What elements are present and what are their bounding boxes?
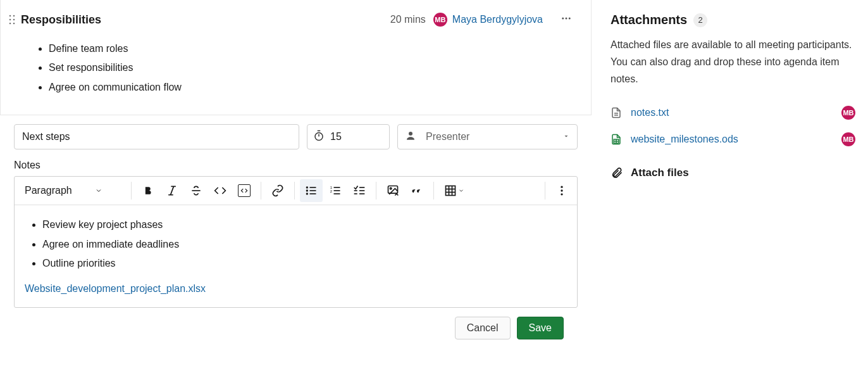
drag-handle-icon[interactable] <box>8 15 16 24</box>
table-button[interactable] <box>439 179 469 202</box>
svg-point-8 <box>569 18 571 20</box>
rich-text-editor: Paragraph 12 <box>14 176 578 308</box>
svg-point-12 <box>409 132 412 136</box>
strike-button[interactable] <box>185 179 208 202</box>
svg-rect-35 <box>446 186 456 196</box>
separator <box>294 182 295 200</box>
attach-files-button[interactable]: Attach files <box>611 167 855 179</box>
agenda-item-duration: 20 mins <box>390 14 426 25</box>
list-item: Review key project phases <box>42 215 567 234</box>
file-spreadsheet-icon <box>611 132 622 146</box>
separator <box>376 182 376 200</box>
chevron-down-icon <box>95 187 102 194</box>
separator <box>545 182 545 200</box>
agenda-item-editor: Presenter Notes Paragraph <box>0 115 592 345</box>
italic-button[interactable] <box>161 179 183 202</box>
svg-text:2: 2 <box>330 189 332 193</box>
svg-point-21 <box>307 193 308 194</box>
bold-button[interactable] <box>137 179 159 202</box>
svg-point-1 <box>13 15 15 17</box>
attachment-row: notes.txt MB <box>611 106 855 120</box>
attachment-row: website_milestones.ods MB <box>611 132 855 146</box>
save-button[interactable]: Save <box>517 317 564 339</box>
code-block-button[interactable] <box>233 179 256 202</box>
svg-point-42 <box>561 193 562 195</box>
svg-point-3 <box>13 19 15 21</box>
image-button[interactable] <box>381 179 404 202</box>
cancel-button[interactable]: Cancel <box>455 317 511 339</box>
list-item: Agree on communication flow <box>49 78 577 97</box>
list-item: Outline priorities <box>42 254 567 273</box>
paperclip-icon <box>611 167 623 179</box>
list-item: Set responsibilities <box>49 58 577 77</box>
list-item: Define team roles <box>49 39 577 58</box>
more-options-button[interactable] <box>550 179 573 202</box>
bullet-list-button[interactable] <box>300 179 323 202</box>
agenda-item: Resposibilities 20 mins MB Maya Berdygyl… <box>0 0 592 115</box>
agenda-title-input[interactable] <box>14 124 299 149</box>
avatar: MB <box>841 106 855 120</box>
format-select-label: Paragraph <box>25 185 72 196</box>
separator <box>261 182 261 200</box>
avatar: MB <box>841 132 855 146</box>
svg-point-19 <box>307 190 308 191</box>
chevron-down-icon <box>562 131 570 142</box>
agenda-item-title: Resposibilities <box>21 13 385 27</box>
ordered-list-button[interactable]: 12 <box>324 179 347 202</box>
presenter-select[interactable]: Presenter <box>397 124 578 149</box>
separator <box>131 182 132 200</box>
chevron-down-icon <box>458 187 464 194</box>
separator <box>433 182 434 200</box>
svg-point-17 <box>307 187 308 188</box>
list-item: Agree on immediate deadlines <box>42 235 567 254</box>
attachments-panel: Attachments 2 Attached files are availab… <box>592 0 868 380</box>
svg-point-41 <box>561 190 562 192</box>
svg-point-7 <box>566 18 567 20</box>
code-button[interactable] <box>209 179 232 202</box>
notes-label: Notes <box>14 160 578 171</box>
svg-point-6 <box>562 18 564 20</box>
editor-toolbar: Paragraph 12 <box>15 177 577 205</box>
attachments-count-badge: 2 <box>693 13 707 27</box>
svg-point-5 <box>13 23 15 25</box>
file-text-icon <box>611 106 622 120</box>
svg-point-2 <box>9 19 11 21</box>
presenter-link[interactable]: Maya Berdygylyjova <box>452 14 543 25</box>
svg-point-40 <box>561 186 562 188</box>
svg-point-0 <box>9 15 11 17</box>
quote-button[interactable] <box>406 179 428 202</box>
editor-content[interactable]: Review key project phases Agree on immed… <box>15 205 577 307</box>
attachment-link[interactable]: notes.txt <box>631 107 833 118</box>
more-icon[interactable] <box>555 10 577 29</box>
attachments-description: Attached files are available to all meet… <box>611 36 855 88</box>
stopwatch-icon <box>313 130 325 144</box>
svg-point-4 <box>9 23 11 25</box>
avatar: MB <box>433 13 447 27</box>
attachment-link[interactable]: website_milestones.ods <box>631 134 833 145</box>
svg-line-15 <box>171 187 174 195</box>
user-icon <box>405 130 416 144</box>
attachment-link[interactable]: Website_development_project_plan.xlsx <box>25 283 206 294</box>
attachments-title: Attachments <box>611 13 687 27</box>
link-button[interactable] <box>266 179 289 202</box>
attach-files-label: Attach files <box>631 167 689 179</box>
svg-point-34 <box>390 188 392 190</box>
agenda-item-notes-list: Define team roles Set responsibilities A… <box>49 39 577 97</box>
task-list-button[interactable] <box>348 179 371 202</box>
format-select[interactable]: Paragraph <box>18 181 126 200</box>
